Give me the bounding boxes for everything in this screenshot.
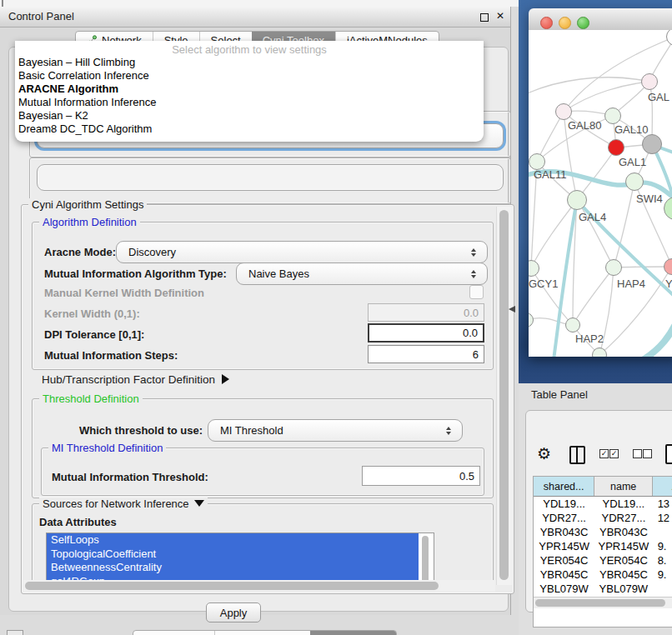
table-panel-body: ⚙ ✓ ✓ shared...nameA YDL19...YDL19...13Y… [525,410,672,612]
node-label: GAL4 [579,211,606,223]
table-cell: YBR043C [594,525,652,539]
hub-definition-toggle[interactable]: Hub/Transcription Factor Definition [42,373,229,386]
table-row[interactable]: YPR145WYPR145W9. [534,539,672,553]
table-cell: YDL19... [534,497,594,511]
tab-infer-network[interactable]: Infer Network [310,631,396,635]
table-cell: 9. [653,539,672,553]
threshold-definition-title: Threshold Definition [39,392,143,405]
network-node-gal10[interactable] [604,108,621,124]
algorithm-item[interactable]: Dream8 DC_TDC Algorithm [18,122,480,136]
data-attributes-list: SelfLoopsTopologicalCoefficientBetweenne… [46,532,434,585]
close-traffic-icon[interactable] [540,17,553,29]
mi-threshold-label: Mutual Information Threshold: [52,471,208,483]
data-attributes-label: Data Attributes [39,516,117,528]
network-node[interactable] [592,348,607,357]
network-node[interactable] [642,134,662,154]
settings-vscroll-thumb[interactable] [499,210,509,580]
list-scrollbar[interactable] [422,536,429,585]
sources-group: Sources for Network Inference Data Attri… [32,503,494,585]
settings-hscroll-thumb[interactable] [25,582,439,590]
attribute-item[interactable]: TopologicalCoefficient [47,548,419,562]
network-node-hap2[interactable] [565,318,580,332]
minimize-traffic-icon[interactable] [559,17,571,29]
table-panel-title: Table Panel [531,388,588,401]
network-node-gal80[interactable] [555,103,572,120]
bottom-left-partial-button[interactable] [7,630,23,635]
algorithm-item[interactable]: ARACNE Algorithm [18,82,480,96]
table-cell: YBL079W [594,582,652,596]
algorithm-item[interactable]: Bayesian – Hill Climbing [18,56,480,69]
node-label: SWI4 [636,192,663,205]
control-panel-titlebar: Control Panel ✕ [0,7,510,28]
table-data-group [29,158,511,204]
table-row[interactable]: YDL19...YDL19...13 [534,497,672,511]
table-hscrollbar[interactable] [534,597,672,608]
network-window-titlebar[interactable] [529,8,672,31]
network-node-gal[interactable] [641,73,658,90]
network-node-gal4[interactable] [567,190,587,210]
table-cell: YPR145W [534,539,594,553]
table-row[interactable]: YBL079WYBL079W [534,582,672,596]
aracne-mode-value: Discovery [117,246,465,258]
table-cell: YDR27... [594,511,652,525]
mi-threshold-field[interactable] [362,466,480,486]
algorithm-item[interactable]: Basic Correlation Inference [18,69,480,82]
mi-threshold-title: MI Threshold Definition [48,442,166,454]
dpi-tolerance-field[interactable] [368,323,484,342]
network-node-gal1[interactable] [608,139,624,156]
column-header-a[interactable]: A [653,477,672,496]
column-header-shared-[interactable]: shared... [534,477,594,496]
collapsed-arrow-icon [222,374,229,384]
column-header-name[interactable]: name [594,477,653,496]
document-icon[interactable] [665,444,672,464]
network-node-gal11[interactable] [529,153,545,170]
kernel-width-field[interactable] [368,303,484,322]
aracne-mode-combo[interactable]: Discovery [116,241,488,263]
algorithm-definition-title: Algorithm Definition [39,216,140,228]
close-icon[interactable]: ✕ [496,10,504,22]
settings-hscrollbar[interactable] [23,580,495,592]
panel-title: Control Panel [8,10,74,22]
unchecked-box-icon[interactable] [643,449,652,458]
table-row[interactable]: YBR043CYBR043C [534,525,672,539]
attribute-item[interactable]: SelfLoops [47,533,419,548]
network-node-hap4[interactable] [605,259,622,276]
manual-kernel-checkbox[interactable] [469,285,484,299]
table-row[interactable]: YBR045CYBR045C9. [534,568,672,582]
network-node-swi4[interactable] [625,172,644,191]
tab-impute-data[interactable]: Impute Data [133,631,214,635]
column-layout-icon[interactable] [569,446,585,464]
network-canvas[interactable]: GALGAL80GAL10GAL1GAL11SWI4GAL4GCY1HAP4YH… [529,30,672,357]
table-row[interactable]: YER054CYER054C8. [534,553,672,568]
mi-type-combo[interactable]: Naive Bayes [236,262,488,285]
table-data-combo[interactable] [37,164,504,191]
checked-box-icon[interactable]: ✓ [609,449,619,458]
stepper-icon [440,427,457,435]
sources-toggle[interactable]: Sources for Network Inference [39,498,208,510]
table-cell: 13 [653,497,672,511]
attribute-item[interactable]: BetweennessCentrality [47,561,419,575]
mi-type-value: Naive Bayes [237,268,465,280]
gear-icon[interactable]: ⚙ [537,446,551,462]
table-cell: YDR27... [534,511,594,525]
table-hscroll-thumb[interactable] [535,599,665,607]
checked-box-icon[interactable]: ✓ [599,449,609,458]
float-window-icon[interactable] [480,13,489,22]
settings-vscrollbar[interactable] [496,207,512,585]
unchecked-box-icon[interactable] [633,449,642,458]
apply-button[interactable]: Apply [206,602,261,622]
mi-steps-field[interactable] [368,345,484,363]
node-table: shared...nameA YDL19...YDL19...13YDR27..… [533,476,672,628]
algorithm-item[interactable]: Mutual Information Inference [18,96,480,109]
table-row[interactable]: YDR27...YDR27...12 [534,511,672,525]
node-label: GCY1 [529,278,558,290]
table-cell: YBR045C [534,568,594,582]
which-threshold-combo[interactable]: MI Threshold [208,419,463,442]
kernel-width-label: Kernel Width (0,1): [44,308,140,320]
sources-title: Sources for Network Inference [43,498,189,510]
table-cell: YER054C [534,553,594,568]
node-label: GAL80 [568,119,601,132]
algorithm-item[interactable]: Bayesian – K2 [18,109,480,122]
tab-discretize-data[interactable]: Discretize Data [214,631,310,635]
zoom-traffic-icon[interactable] [577,17,589,29]
